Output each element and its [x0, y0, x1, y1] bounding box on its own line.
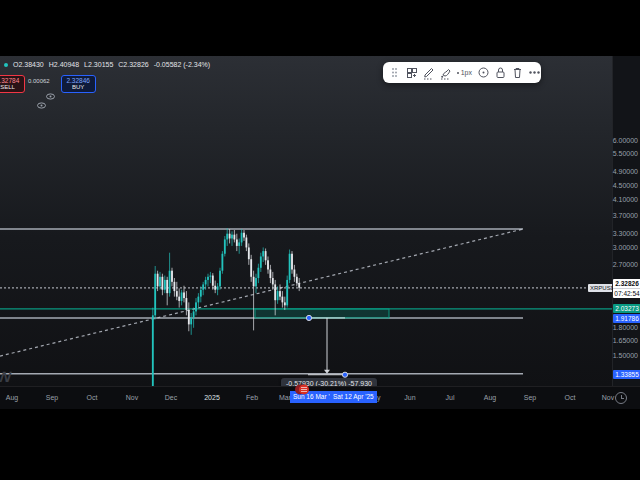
candle-body	[154, 274, 156, 316]
measure-date-tag: Sat 12 Apr '25	[330, 391, 377, 403]
month-label: Feb	[246, 394, 258, 401]
candle-body	[176, 291, 178, 297]
candle-body	[219, 271, 221, 287]
more-options-icon[interactable]	[527, 64, 542, 81]
toolbar-drag-handle[interactable]	[387, 64, 402, 81]
price-tick-label: 2.70000	[613, 261, 638, 269]
candle-body	[159, 277, 161, 287]
measure-anchor-dot[interactable]	[342, 372, 347, 377]
candle-body	[190, 318, 192, 325]
price-tick-label: 3.00000	[613, 244, 638, 252]
price-tick-label: 1.65000	[613, 337, 638, 345]
measure-anchor-dot[interactable]	[306, 315, 311, 320]
year-label: 2025	[204, 394, 220, 401]
series-color-dot	[4, 63, 8, 67]
line-width-button[interactable]: 1px	[455, 64, 474, 81]
candle-body	[241, 233, 243, 243]
ohlc-legend: O2.38430 H2.40948 L2.30155 C2.32826 -0.0…	[4, 61, 210, 68]
candle-body	[214, 286, 216, 290]
candle-body	[229, 234, 231, 239]
candle-body	[248, 247, 250, 259]
candle-body	[286, 280, 288, 305]
economic-event-icon[interactable]	[294, 384, 310, 395]
trash-icon[interactable]	[510, 64, 525, 81]
month-label: Aug	[484, 394, 496, 401]
candle-body	[162, 277, 164, 290]
candle-body	[157, 274, 159, 287]
ohlc-low: L2.30155	[84, 61, 113, 68]
candle-body	[265, 251, 267, 260]
candlestick-chart[interactable]	[0, 56, 640, 409]
trade-panel: 2.32784 SELL 0.00062 2.32846 BUY	[0, 75, 96, 93]
lock-icon[interactable]	[493, 64, 508, 81]
template-icon[interactable]	[404, 64, 419, 81]
candle-body	[289, 254, 291, 280]
buy-label: BUY	[62, 84, 95, 91]
buy-button[interactable]: 2.32846 BUY	[61, 75, 96, 93]
price-tick-label: 1.80000	[613, 324, 638, 332]
candle-body	[236, 239, 238, 245]
candle-body	[181, 292, 183, 300]
candle-body	[210, 276, 212, 277]
price-tick-label: 3.30000	[613, 230, 638, 238]
candle-body	[200, 290, 202, 297]
sell-button[interactable]: 2.32784 SELL	[0, 75, 25, 93]
last-price-label: 2.32826 07:42:54	[613, 279, 640, 298]
sell-label: SELL	[0, 84, 24, 91]
month-label: Oct	[565, 394, 576, 401]
price-tick-label: 3.70000	[613, 212, 638, 220]
line-width-value: 1px	[461, 69, 472, 76]
candle-body	[207, 277, 209, 280]
candle-body	[222, 254, 224, 271]
candle-body	[188, 310, 190, 324]
candle-body	[284, 302, 286, 305]
candle-body	[294, 270, 296, 277]
month-label: Dec	[165, 394, 177, 401]
ohlc-change: -0.05582 (-2.34%)	[154, 61, 210, 68]
candle-body	[193, 311, 195, 317]
candle-body	[231, 235, 233, 239]
ohlc-open: O2.38430	[13, 61, 44, 68]
spread-value: 0.00062	[28, 78, 50, 84]
ohlc-high: H2.40948	[49, 61, 79, 68]
candle-body	[243, 233, 245, 238]
pencil-color-icon[interactable]	[421, 64, 436, 81]
candle-body	[279, 291, 281, 297]
month-label: Sep	[524, 394, 536, 401]
zone-top-price-label: 2.03273	[613, 304, 640, 313]
candle-body	[274, 284, 276, 300]
chart-pane: O2.38430 H2.40948 L2.30155 C2.32826 -0.0…	[0, 56, 640, 409]
candle-body	[246, 238, 248, 248]
price-axis[interactable]: USD ▼ 6.000005.500004.900004.500004.1000…	[612, 56, 640, 386]
candle-body	[258, 268, 260, 278]
settings-target-icon[interactable]	[476, 64, 491, 81]
time-axis[interactable]: AugSepOctNovDec2025FebMarMayJunJulAugSep…	[0, 386, 640, 409]
candle-body	[169, 271, 171, 293]
candle-body	[166, 280, 168, 293]
candle-body	[262, 251, 264, 256]
price-tick-label: 6.00000	[613, 137, 638, 145]
candle-body	[255, 278, 257, 286]
sell-price: 2.32784	[0, 77, 24, 84]
candle-body	[234, 235, 236, 240]
candle-body	[250, 259, 252, 277]
candle-body	[277, 291, 279, 300]
ohlc-close: C2.32826	[118, 61, 148, 68]
candle-body	[267, 260, 269, 269]
candle-body	[272, 278, 274, 284]
clock-timezone-button[interactable]	[615, 392, 627, 404]
candle-body	[178, 297, 180, 301]
month-label: Nov	[602, 394, 614, 401]
price-tick-label: 5.50000	[613, 150, 638, 158]
trend-line[interactable]	[0, 229, 523, 356]
candle-body	[238, 242, 240, 246]
brush-color-icon[interactable]	[438, 64, 453, 81]
candle-body	[296, 277, 298, 283]
bar-countdown: 07:42:54	[613, 288, 640, 298]
last-price-value: 2.32826	[613, 279, 640, 288]
candle-body	[282, 297, 284, 303]
candle-body	[198, 297, 200, 303]
measure-from-price-label: 1.91786	[613, 314, 640, 323]
candle-body	[217, 286, 219, 289]
chart-canvas[interactable]: O2.38430 H2.40948 L2.30155 C2.32826 -0.0…	[0, 56, 612, 386]
